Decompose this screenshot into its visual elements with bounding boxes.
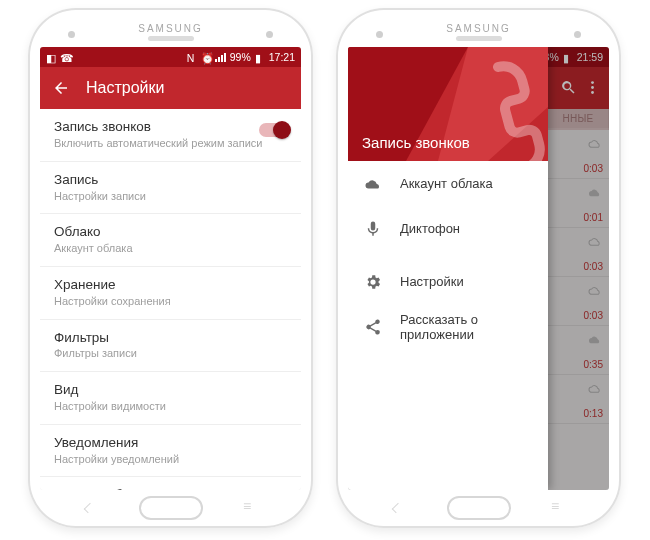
- settings-row-title: Вид: [54, 382, 287, 399]
- hw-home-button[interactable]: [139, 496, 203, 520]
- nfc-icon: N: [187, 52, 197, 62]
- settings-row[interactable]: Облако Аккаунт облака: [40, 214, 301, 267]
- earpiece: [456, 36, 502, 41]
- settings-row[interactable]: Хранение Настройки сохранения: [40, 267, 301, 320]
- drawer-item-settings[interactable]: Настройки: [348, 259, 548, 304]
- drawer-item-label: Настройки: [400, 274, 464, 289]
- settings-list: Запись звонков Включить автоматический р…: [40, 109, 301, 490]
- settings-row-title: Фильтры: [54, 330, 287, 347]
- sensor-right: [266, 31, 273, 38]
- drawer-item-dictaphone[interactable]: Диктофон: [348, 206, 548, 251]
- settings-row-subtitle: Настройки сохранения: [54, 295, 287, 309]
- settings-row-title: Уведомления: [54, 435, 287, 452]
- signal-icon: [215, 53, 226, 62]
- settings-row-title: Запись звонков: [54, 119, 287, 136]
- settings-row[interactable]: Уведомления Настройки уведомлений: [40, 425, 301, 478]
- settings-row-subtitle: Включить автоматический режим записи: [54, 137, 287, 151]
- settings-row[interactable]: Запись Настройки записи: [40, 162, 301, 215]
- settings-row-title: Облако: [54, 224, 287, 241]
- back-button[interactable]: [52, 79, 70, 97]
- drawer-spacer: [348, 251, 548, 259]
- settings-row-subtitle: Аккаунт облака: [54, 242, 287, 256]
- drawer-item-label: Диктофон: [400, 221, 460, 236]
- settings-row[interactable]: Фильтры Фильтры записи: [40, 320, 301, 373]
- drawer-header: Запись звонков: [348, 47, 548, 161]
- drawer-item-label: Рассказать о приложении: [400, 312, 532, 342]
- hw-menu-key[interactable]: [551, 502, 569, 514]
- phone-frame-right: SAMSUNG ᚼ 📳 43% ▮ 21:59 ННЫЕ: [336, 8, 621, 528]
- hw-menu-key[interactable]: [243, 502, 261, 514]
- settings-row-subtitle: Фильтры записи: [54, 347, 287, 361]
- screen-right: ᚼ 📳 43% ▮ 21:59 ННЫЕ 0:03: [348, 47, 609, 490]
- sensor-left: [376, 31, 383, 38]
- settings-row-subtitle: Настройки записи: [54, 190, 287, 204]
- auto-record-toggle[interactable]: [259, 123, 289, 137]
- settings-row-title: Режим работы: [54, 487, 287, 490]
- drawer-item-share[interactable]: Рассказать о приложении: [348, 304, 548, 349]
- alarm-icon: ⏰: [201, 52, 211, 62]
- status-app-icon: ☎: [60, 52, 70, 62]
- gear-icon: [364, 273, 382, 291]
- screen-left: ◧ ☎ N ⏰ 99% ▮ 17:21 Настройки Запись зво…: [40, 47, 301, 490]
- settings-row[interactable]: Вид Настройки видимости: [40, 372, 301, 425]
- earpiece: [148, 36, 194, 41]
- phone-frame-left: SAMSUNG ◧ ☎ N ⏰ 99% ▮ 17:21 Настройки: [28, 8, 313, 528]
- mic-icon: [364, 220, 382, 238]
- appbar: Настройки: [40, 67, 301, 109]
- settings-row[interactable]: Запись звонков Включить автоматический р…: [40, 109, 301, 162]
- battery-icon: ▮: [255, 52, 265, 62]
- status-notif-icon: ◧: [46, 52, 56, 62]
- nav-drawer: Запись звонков Аккаунт облака Диктофон Н…: [348, 47, 548, 490]
- battery-text: 99%: [230, 51, 251, 63]
- drawer-title: Запись звонков: [362, 134, 470, 151]
- sensor-left: [68, 31, 75, 38]
- share-icon: [364, 318, 382, 336]
- settings-row-subtitle: Настройки уведомлений: [54, 453, 287, 467]
- statusbar: ◧ ☎ N ⏰ 99% ▮ 17:21: [40, 47, 301, 67]
- clock-text: 17:21: [269, 51, 295, 63]
- hw-back-key[interactable]: [80, 502, 98, 514]
- settings-row-title: Хранение: [54, 277, 287, 294]
- settings-row-subtitle: Настройки видимости: [54, 400, 287, 414]
- drawer-item-label: Аккаунт облака: [400, 176, 493, 191]
- cloud-icon: [364, 175, 382, 193]
- hw-back-key[interactable]: [388, 502, 406, 514]
- settings-row[interactable]: Режим работы Параметры режима работы при…: [40, 477, 301, 490]
- drawer-item-cloud-account[interactable]: Аккаунт облака: [348, 161, 548, 206]
- hw-home-button[interactable]: [447, 496, 511, 520]
- settings-row-title: Запись: [54, 172, 287, 189]
- sensor-right: [574, 31, 581, 38]
- appbar-title: Настройки: [86, 79, 164, 97]
